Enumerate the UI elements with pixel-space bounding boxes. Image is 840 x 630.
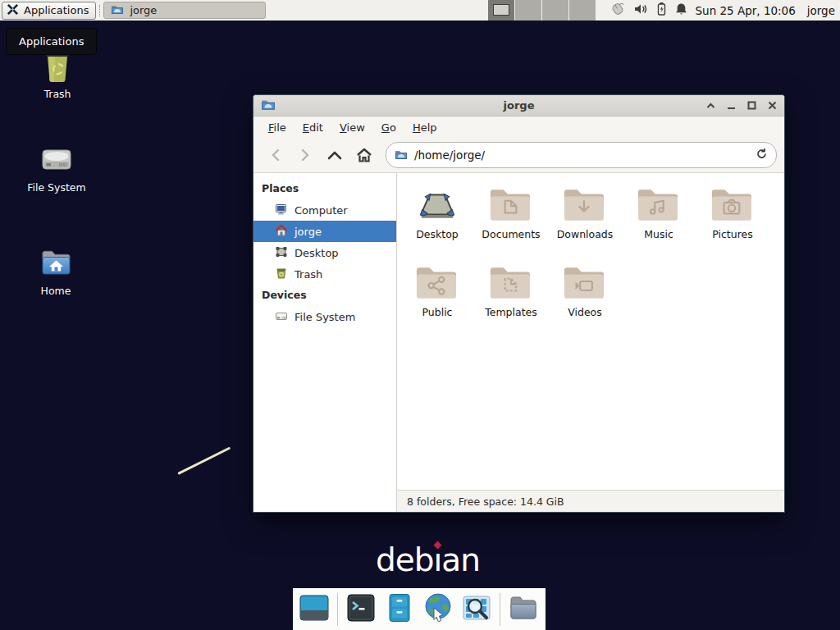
panel-handle [99, 5, 100, 16]
home-button[interactable] [349, 143, 379, 167]
location-bar[interactable]: /home/jorge/ [386, 142, 777, 168]
workspace-2[interactable] [515, 0, 541, 21]
file-item-label: Documents [482, 228, 540, 240]
file-item-downloads[interactable]: Downloads [548, 183, 622, 261]
dock-separator [337, 593, 338, 626]
file-item-templates[interactable]: Templates [474, 261, 548, 339]
forward-button[interactable] [290, 143, 320, 167]
minimize-button[interactable] [726, 101, 736, 111]
show-desktop-icon [299, 592, 330, 627]
panel-username: jorge [807, 4, 835, 17]
path-text[interactable]: /home/jorge/ [414, 148, 749, 162]
desktop-icon-file-system[interactable]: File System [17, 139, 96, 194]
user-home-icon [275, 224, 288, 240]
menu-view[interactable]: View [331, 118, 373, 137]
show-desktop-button[interactable] [299, 594, 330, 625]
window-titlebar[interactable]: jorge [253, 95, 784, 116]
back-button[interactable] [261, 143, 290, 167]
up-button[interactable] [320, 143, 349, 167]
shade-button[interactable] [705, 101, 715, 111]
music-folder-icon [636, 185, 682, 226]
file-cabinet-icon [384, 592, 415, 627]
sidebar-header-devices: Devices [253, 285, 396, 306]
file-manager-launcher[interactable] [384, 594, 415, 625]
reload-icon[interactable] [756, 148, 768, 163]
maximize-button[interactable] [746, 101, 756, 111]
file-item-music[interactable]: Music [622, 183, 696, 261]
file-item-label: Pictures [712, 228, 753, 240]
workspace-1[interactable] [488, 0, 514, 21]
applications-menu-button[interactable]: Applications [2, 2, 96, 20]
close-button[interactable] [767, 101, 777, 111]
file-item-label: Videos [568, 306, 602, 318]
desktop-icon-home[interactable]: Home [16, 243, 95, 297]
directory-menu-launcher[interactable] [508, 594, 539, 625]
file-item-label: Desktop [416, 228, 459, 240]
desktop-icon-label: Home [16, 285, 95, 297]
file-item-label: Public [422, 306, 453, 318]
file-item-desktop[interactable]: Desktop [400, 183, 474, 261]
sidebar-item-desktop[interactable]: Desktop [253, 242, 396, 263]
sidebar-item-label: Computer [294, 204, 348, 217]
sidebar-item-computer[interactable]: Computer [253, 199, 396, 221]
folder-view[interactable]: Desktop Documents [397, 173, 784, 512]
sidebar-item-label: File System [294, 311, 355, 323]
sidebar-item-label: Trash [294, 268, 322, 281]
file-item-public[interactable]: Public [400, 261, 474, 339]
public-folder-icon [414, 263, 460, 304]
harddrive-icon [275, 309, 288, 325]
folder-icon [111, 3, 124, 17]
menu-bar: File Edit View Go Help [253, 116, 784, 138]
notifications-icon[interactable] [675, 2, 687, 19]
file-item-documents[interactable]: Documents [474, 183, 548, 261]
sidebar-item-label: jorge [294, 226, 322, 238]
file-manager-window: jorge File Edit View Go Help [253, 94, 785, 513]
file-item-pictures[interactable]: Pictures [696, 183, 769, 261]
trash-icon [275, 267, 288, 282]
directory-folder-icon [508, 592, 539, 627]
menu-file[interactable]: File [260, 118, 294, 137]
toolbar: /home/jorge/ [253, 138, 784, 173]
system-tray [609, 2, 687, 20]
sidebar-item-label: Desktop [294, 247, 339, 259]
debian-wordmark: debıan [376, 541, 480, 578]
battery-icon[interactable] [656, 2, 667, 19]
file-item-label: Music [644, 228, 673, 240]
workspace-switcher [488, 0, 596, 21]
pictures-folder-icon [710, 185, 756, 226]
terminal-launcher[interactable] [345, 594, 377, 625]
application-finder-icon [461, 592, 492, 627]
panel-clock[interactable]: Sun 25 Apr, 10:06 [696, 4, 796, 17]
workspace-4[interactable] [569, 0, 596, 21]
sidebar-item-jorge[interactable]: jorge [253, 221, 396, 242]
documents-folder-icon [488, 185, 534, 226]
sidebar-item-trash[interactable]: Trash [253, 263, 396, 285]
dock-separator [500, 593, 500, 626]
menu-help[interactable]: Help [404, 118, 445, 137]
top-panel: Applications jorge [0, 0, 840, 21]
application-finder-launcher[interactable] [461, 594, 492, 625]
menu-edit[interactable]: Edit [294, 118, 331, 137]
wordmark-part: ı [434, 541, 442, 578]
menu-go[interactable]: Go [373, 118, 404, 137]
file-item-label: Templates [485, 306, 537, 318]
web-browser-launcher[interactable] [422, 594, 454, 625]
folder-icon [395, 148, 408, 163]
file-item-videos[interactable]: Videos [548, 261, 622, 339]
workspace-3[interactable] [542, 0, 568, 21]
status-bar: 8 folders, Free space: 14.4 GiB [397, 490, 784, 512]
volume-icon[interactable] [634, 2, 648, 19]
applications-menu-label: Applications [24, 4, 89, 16]
desktop-icon-label: File System [17, 181, 96, 194]
xfce-applications-icon [6, 2, 20, 19]
window-title: jorge [253, 99, 784, 112]
workspace-window-thumb [493, 4, 509, 16]
sidebar: Places Computer [253, 173, 397, 512]
taskbar-window-button[interactable]: jorge [103, 2, 266, 19]
sidebar-item-file-system[interactable]: File System [253, 306, 396, 327]
input-device-icon[interactable] [609, 2, 626, 20]
applications-tooltip: Applications [6, 28, 97, 55]
sidebar-header-places: Places [253, 178, 396, 199]
downloads-folder-icon [562, 185, 608, 226]
wordmark-part: an [441, 541, 480, 578]
